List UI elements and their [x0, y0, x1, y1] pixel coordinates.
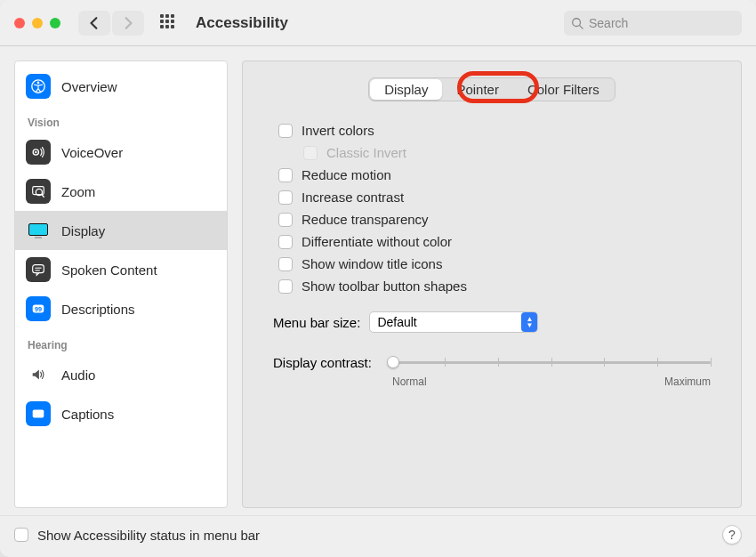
- voiceover-icon: [26, 140, 51, 165]
- checkbox[interactable]: [278, 190, 293, 205]
- sidebar-item-label: Captions: [61, 407, 114, 422]
- sidebar-section-vision: Vision: [15, 106, 227, 133]
- checkbox[interactable]: [278, 235, 293, 249]
- window-title: Accessibility: [196, 14, 288, 32]
- check-label: Reduce motion: [302, 167, 391, 182]
- sidebar-item-descriptions[interactable]: 99 Descriptions: [15, 289, 227, 328]
- back-button[interactable]: [78, 11, 110, 36]
- checkbox[interactable]: [278, 124, 293, 138]
- svg-line-8: [42, 195, 44, 198]
- check-increase-contrast[interactable]: Increase contrast: [278, 190, 711, 205]
- tab-segmented-control: Display Pointer Color Filters: [368, 77, 615, 101]
- checkbox[interactable]: [278, 257, 293, 271]
- search-placeholder: Search: [589, 16, 628, 30]
- sidebar-item-voiceover[interactable]: VoiceOver: [15, 133, 227, 172]
- svg-text:99: 99: [35, 305, 42, 313]
- content-panel: Display Pointer Color Filters Invert col…: [242, 61, 742, 508]
- check-window-title-icons[interactable]: Show window title icons: [278, 256, 711, 271]
- checkbox[interactable]: [278, 279, 293, 294]
- sidebar-item-zoom[interactable]: Zoom: [15, 172, 227, 211]
- svg-rect-14: [33, 410, 44, 418]
- sidebar[interactable]: Overview Vision VoiceOver Zoom Display: [14, 61, 228, 508]
- minimize-window-button[interactable]: [32, 18, 43, 28]
- check-reduce-transparency[interactable]: Reduce transparency: [278, 212, 711, 227]
- show-all-icon[interactable]: [160, 14, 178, 32]
- check-differentiate-without-color[interactable]: Differentiate without color: [278, 234, 711, 249]
- menu-bar-size-row: Menu bar size: Default ▲▼: [273, 311, 711, 333]
- window-controls: [14, 18, 60, 28]
- titlebar: Accessibility Search: [0, 0, 756, 46]
- sidebar-item-label: VoiceOver: [61, 145, 123, 160]
- slider-labels: Normal Maximum: [392, 375, 711, 388]
- accessibility-window: Accessibility Search Overview Vision Voi…: [0, 0, 756, 557]
- nav-buttons: [78, 11, 144, 36]
- svg-line-1: [580, 25, 583, 28]
- check-toolbar-button-shapes[interactable]: Show toolbar button shapes: [278, 278, 711, 294]
- zoom-window-button[interactable]: [50, 18, 60, 28]
- zoom-icon: [26, 179, 51, 204]
- menu-bar-size-select[interactable]: Default ▲▼: [369, 311, 538, 333]
- check-label: Show window title icons: [302, 256, 442, 271]
- accessibility-icon: [26, 74, 51, 99]
- chevron-updown-icon: ▲▼: [521, 312, 537, 332]
- checkbox[interactable]: [278, 213, 293, 227]
- check-reduce-motion[interactable]: Reduce motion: [278, 167, 711, 182]
- check-invert-colors[interactable]: Invert colors: [278, 123, 711, 138]
- main-area: Overview Vision VoiceOver Zoom Display: [0, 46, 756, 515]
- captions-icon: [26, 401, 51, 426]
- sidebar-item-spoken-content[interactable]: Spoken Content: [15, 250, 227, 289]
- check-label: Reduce transparency: [302, 212, 429, 227]
- slider-max-label: Maximum: [664, 375, 711, 388]
- footer: Show Accessibility status in menu bar ?: [0, 515, 756, 557]
- svg-rect-9: [33, 265, 44, 273]
- display-options: Invert colors Classic Invert Reduce moti…: [278, 123, 711, 294]
- close-window-button[interactable]: [14, 18, 25, 28]
- search-field[interactable]: Search: [564, 11, 742, 36]
- check-label: Invert colors: [302, 123, 374, 138]
- search-icon: [571, 17, 583, 29]
- sidebar-item-label: Overview: [61, 79, 117, 94]
- sidebar-item-label: Spoken Content: [61, 262, 157, 278]
- sidebar-item-display[interactable]: Display: [15, 211, 227, 250]
- forward-button[interactable]: [112, 11, 144, 36]
- checkbox: [303, 146, 318, 160]
- audio-icon: [26, 362, 51, 387]
- display-icon: [26, 218, 51, 243]
- display-contrast-row: Display contrast:: [273, 349, 711, 375]
- sidebar-item-label: Descriptions: [61, 302, 135, 317]
- sidebar-item-captions[interactable]: Captions: [15, 394, 227, 433]
- svg-point-3: [37, 82, 40, 85]
- tab-pointer[interactable]: Pointer: [442, 79, 513, 100]
- check-label: Increase contrast: [302, 190, 404, 205]
- check-label: Show toolbar button shapes: [302, 278, 467, 294]
- descriptions-icon: 99: [26, 296, 51, 321]
- checkbox[interactable]: [14, 528, 28, 542]
- sidebar-section-hearing: Hearing: [15, 328, 227, 355]
- display-contrast-slider[interactable]: [392, 349, 711, 375]
- check-label: Differentiate without color: [302, 234, 452, 249]
- checkbox[interactable]: [278, 168, 293, 182]
- check-classic-invert: Classic Invert: [303, 145, 711, 160]
- tab-color-filters[interactable]: Color Filters: [513, 79, 614, 100]
- slider-min-label: Normal: [392, 375, 427, 388]
- sidebar-item-label: Display: [61, 223, 105, 238]
- spoken-content-icon: [26, 257, 51, 282]
- sidebar-item-audio[interactable]: Audio: [15, 355, 227, 394]
- show-status-label: Show Accessibility status in menu bar: [37, 528, 260, 543]
- sidebar-item-label: Zoom: [61, 184, 95, 199]
- check-label: Classic Invert: [326, 145, 406, 160]
- menu-bar-size-label: Menu bar size:: [273, 315, 360, 330]
- select-value: Default: [377, 315, 416, 329]
- display-contrast-label: Display contrast:: [273, 355, 383, 370]
- sidebar-item-label: Audio: [61, 367, 95, 383]
- sidebar-item-overview[interactable]: Overview: [15, 67, 227, 106]
- svg-point-5: [35, 151, 36, 153]
- help-button[interactable]: ?: [722, 525, 742, 545]
- tab-display[interactable]: Display: [370, 79, 442, 100]
